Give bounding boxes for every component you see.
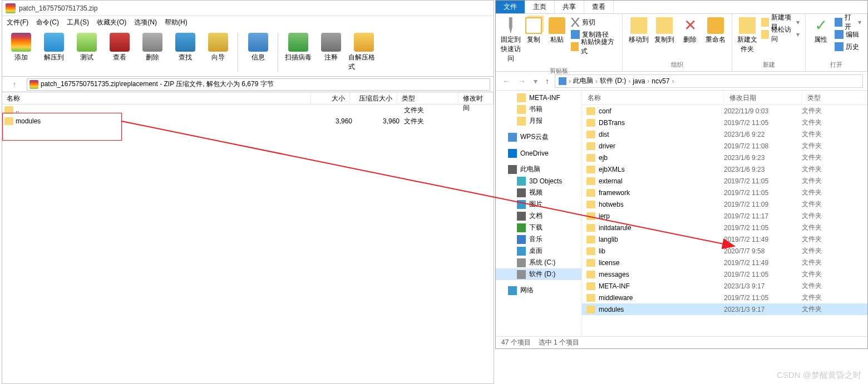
nav-item[interactable]: 视频 — [496, 187, 581, 198]
file-row[interactable]: initdatarule2019/7/2 11:05文件夹 — [582, 222, 867, 233]
copyto-button[interactable]: 复制到 — [652, 15, 677, 47]
menu-item[interactable]: 工具(S) — [67, 18, 89, 27]
path-text: patch_1675750751735.zip\replacement - ZI… — [41, 79, 274, 89]
toolbar-button[interactable]: 查找 — [170, 31, 200, 74]
breadcrumb-item[interactable]: java — [633, 77, 645, 85]
toolbar-button[interactable]: 自解压格式 — [348, 31, 379, 74]
toolbar-button[interactable]: 查看 — [104, 31, 135, 74]
menu-item[interactable]: 命令(C) — [36, 18, 59, 27]
nav-item[interactable]: 系统 (C:) — [496, 257, 581, 268]
file-row[interactable]: META-INF2023/1/3 9:17文件夹 — [582, 280, 867, 292]
toolbar-button[interactable]: 向导 — [203, 31, 233, 74]
menu-item[interactable]: 收藏夹(O) — [97, 18, 126, 27]
col-size[interactable]: 大小 — [311, 92, 350, 104]
file-row[interactable]: hotwebs2019/7/2 11:09文件夹 — [582, 198, 867, 210]
ribbon-tab[interactable]: 文件 — [496, 1, 525, 13]
file-row[interactable]: messages2019/7/2 11:05文件夹 — [582, 268, 867, 280]
address-bar: ← → ▾ ↑ ›此电脑›软件 (D:)›java›ncv57› — [496, 72, 867, 91]
pasteshortcut-button[interactable]: 粘贴快捷方式 — [571, 41, 617, 53]
toolbar-button[interactable]: 删除 — [137, 31, 167, 74]
toolbar-button[interactable]: 扫描病毒 — [283, 31, 313, 74]
toolbar-button[interactable]: 测试 — [71, 31, 102, 74]
nav-item[interactable]: 网络 — [496, 285, 581, 296]
file-row[interactable]: langlib2019/7/2 11:49文件夹 — [582, 233, 867, 245]
toolbar-button[interactable]: 信息 — [243, 31, 273, 74]
nav-item[interactable]: OneDrive — [496, 147, 581, 159]
nav-item[interactable]: 音乐 — [496, 233, 581, 245]
header-name[interactable]: 名称 — [582, 91, 724, 104]
back-button[interactable]: ← — [500, 77, 512, 86]
menu-item[interactable]: 选项(N) — [134, 18, 157, 27]
file-row[interactable]: ejbXMLs2023/1/6 9:23文件夹 — [582, 163, 867, 175]
breadcrumb-item[interactable]: 软件 (D:) — [600, 76, 626, 86]
breadcrumb-item[interactable]: ncv57 — [652, 77, 669, 85]
file-row[interactable]: license2019/7/2 11:49文件夹 — [582, 257, 867, 268]
ribbon-tab[interactable]: 查看 — [584, 1, 614, 13]
nav-item[interactable]: 3D Objects — [496, 175, 581, 187]
cut-button[interactable]: 剪切 — [571, 16, 617, 28]
menu-item[interactable]: 文件(F) — [7, 18, 28, 27]
copy-button[interactable]: 复制 — [522, 15, 546, 47]
file-row[interactable]: lib2020/7/7 9:58文件夹 — [582, 245, 867, 257]
pin-button[interactable]: 固定到快速访问 — [499, 15, 522, 66]
nav-item[interactable]: 此电脑 — [496, 163, 581, 175]
nav-item[interactable]: 软件 (D:) — [496, 268, 581, 280]
easyaccess-button[interactable]: 轻松访问▾ — [761, 28, 800, 41]
folder-icon — [586, 201, 595, 208]
up-button[interactable]: ↑ — [543, 77, 551, 86]
nav-item[interactable]: 下载 — [496, 222, 581, 233]
nav-item[interactable]: WPS云盘 — [496, 131, 581, 143]
file-row[interactable]: middleware2019/7/2 11:05文件夹 — [582, 292, 867, 303]
folder-icon — [586, 282, 595, 290]
toolbar-button[interactable]: 注释 — [315, 31, 346, 74]
col-date[interactable]: 修改时间 — [458, 92, 494, 104]
file-row[interactable]: external2019/7/2 11:05文件夹 — [582, 175, 867, 187]
folder-icon — [517, 117, 526, 126]
nav-item[interactable]: 图片 — [496, 198, 581, 210]
file-row[interactable]: ejb2023/1/6 9:23文件夹 — [582, 152, 867, 163]
open-button[interactable]: 打开▾ — [835, 16, 861, 28]
delete-button[interactable]: ✕删除 — [677, 15, 703, 47]
file-row[interactable]: ierp2019/7/2 11:17文件夹 — [582, 210, 867, 222]
check-icon: ✓ — [812, 17, 829, 34]
file-row[interactable]: driver2019/7/2 11:08文件夹 — [582, 140, 867, 152]
history-button[interactable]: 历史 — [835, 41, 861, 53]
col-type[interactable]: 类型 — [397, 92, 458, 104]
file-row[interactable]: dist2023/1/6 9:22文件夹 — [582, 128, 867, 140]
edit-button[interactable]: 编辑 — [835, 28, 861, 41]
nav-item[interactable]: META-INF — [496, 92, 581, 103]
recent-dropdown[interactable]: ▾ — [531, 77, 540, 86]
nav-item[interactable]: 月报 — [496, 115, 581, 127]
archive-row[interactable]: modules3,9603,960文件夹 — [2, 116, 494, 127]
address-box[interactable]: patch_1675750751735.zip\replacement - ZI… — [27, 78, 490, 91]
col-packed[interactable]: 压缩后大小 — [350, 92, 397, 104]
col-name[interactable]: 名称 — [2, 92, 311, 104]
nav-item[interactable]: 桌面 — [496, 245, 581, 257]
newfolder-button[interactable]: 新建文件夹 — [736, 15, 759, 56]
header-type[interactable]: 类型 — [802, 91, 867, 104]
breadcrumb[interactable]: ›此电脑›软件 (D:)›java›ncv57› — [555, 74, 863, 88]
group-label: 打开 — [809, 59, 864, 70]
forward-button[interactable]: → — [516, 77, 528, 86]
ribbon-tab[interactable]: 共享 — [555, 1, 584, 13]
nav-item[interactable]: 书籍 — [496, 103, 581, 115]
toolbar-icon — [354, 33, 374, 52]
toolbar-button[interactable]: 添加 — [6, 31, 36, 74]
file-row[interactable]: DBTrans2019/7/2 11:05文件夹 — [582, 117, 867, 128]
up-button[interactable]: ↑ — [2, 80, 27, 89]
rename-button[interactable]: 重命名 — [703, 15, 728, 47]
nav-item[interactable]: 文档 — [496, 210, 581, 222]
file-row[interactable]: framework2019/7/2 11:05文件夹 — [582, 187, 867, 198]
header-date[interactable]: 修改日期 — [724, 91, 802, 104]
menu-item[interactable]: 帮助(H) — [165, 18, 188, 27]
breadcrumb-item[interactable]: 此电脑 — [573, 76, 593, 86]
properties-button[interactable]: ✓属性 — [809, 15, 832, 47]
paste-button[interactable]: 粘贴 — [545, 15, 569, 47]
file-row[interactable]: modules2023/1/3 9:17文件夹 — [582, 303, 867, 315]
ribbon-tab[interactable]: 主页 — [525, 1, 555, 13]
toolbar-button[interactable]: 解压到 — [38, 31, 69, 74]
archive-row[interactable]: ..文件夹 — [2, 104, 494, 116]
file-row[interactable]: conf2022/11/9 0:03文件夹 — [582, 105, 867, 117]
moveto-button[interactable]: 移动到 — [626, 15, 652, 47]
folder-icon — [586, 271, 595, 278]
